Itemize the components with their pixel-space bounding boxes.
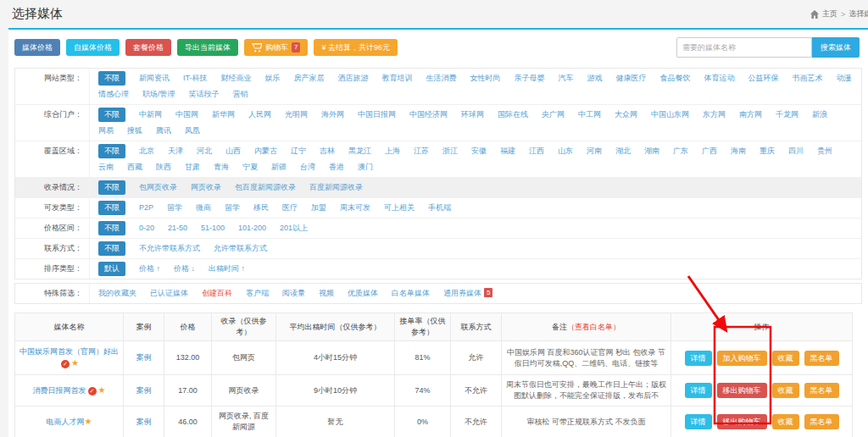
filter-option[interactable]: 留学: [167, 201, 182, 215]
filter-option[interactable]: 安徽: [471, 144, 487, 158]
filter-option[interactable]: 山东: [558, 144, 573, 158]
filter-option[interactable]: 中国经济网: [409, 108, 448, 122]
export-current-media-button[interactable]: 导出当前媒体: [177, 39, 238, 56]
filter-option[interactable]: 腾讯: [156, 124, 171, 138]
add-to-cart-button[interactable]: 加入购物车: [717, 351, 767, 366]
filter-option[interactable]: 福建: [500, 144, 515, 158]
filter-option[interactable]: 不限: [98, 144, 125, 158]
blacklist-button[interactable]: 黑名单: [804, 351, 839, 366]
filter-option[interactable]: 贵州: [817, 144, 832, 158]
filter-option[interactable]: 大众网: [615, 108, 637, 122]
filter-option[interactable]: 阅读量: [282, 286, 305, 301]
filter-option[interactable]: 浙江: [442, 144, 458, 158]
filter-option[interactable]: 湖北: [615, 144, 631, 158]
filter-option[interactable]: 财经商业: [221, 71, 252, 86]
filter-option[interactable]: 江苏: [414, 144, 429, 158]
filter-option[interactable]: 西藏: [127, 160, 142, 174]
filter-option[interactable]: 酒店旅游: [338, 71, 369, 86]
filter-option[interactable]: 中国日报网: [358, 108, 396, 122]
filter-option[interactable]: 不限: [98, 180, 125, 195]
filter-option[interactable]: 优质媒体: [348, 286, 378, 301]
filter-option[interactable]: 湖南: [644, 144, 659, 158]
filter-option[interactable]: 天津: [168, 144, 183, 158]
filter-option[interactable]: 不允许带联系方式: [139, 241, 200, 256]
filter-option[interactable]: 新闻资讯: [139, 71, 170, 86]
filter-option[interactable]: 包百度新闻源收录: [235, 180, 296, 195]
filter-option[interactable]: 微商: [196, 201, 211, 215]
filter-option[interactable]: 新浪: [812, 108, 827, 122]
filter-option[interactable]: 书画艺术: [793, 71, 823, 86]
detail-button[interactable]: 详情: [685, 414, 712, 429]
case-link[interactable]: 案例: [136, 353, 152, 362]
filter-option[interactable]: 北京: [139, 144, 154, 158]
filter-option[interactable]: 河南: [587, 144, 602, 158]
filter-option[interactable]: 情感心理: [98, 87, 129, 102]
filter-option[interactable]: 移民: [253, 201, 269, 215]
filter-option[interactable]: 东方网: [703, 108, 726, 122]
filter-option[interactable]: 黑龙江: [348, 144, 371, 158]
remove-from-cart-button[interactable]: 移出购物车: [717, 383, 767, 398]
filter-option[interactable]: 营销: [233, 87, 248, 102]
filter-option[interactable]: 通用券媒体5: [443, 286, 492, 301]
filter-option[interactable]: 中新网: [139, 108, 162, 122]
filter-option[interactable]: 网页收录: [191, 180, 221, 195]
filter-option[interactable]: 陕西: [156, 160, 171, 174]
filter-option[interactable]: 允许带联系方式: [214, 241, 267, 256]
filter-option[interactable]: 健康医疗: [616, 71, 647, 86]
filter-option[interactable]: 价格 ↓: [174, 262, 195, 276]
filter-option[interactable]: 新华网: [212, 108, 235, 122]
filter-option[interactable]: 留学: [225, 201, 240, 215]
filter-option[interactable]: 河北: [197, 144, 212, 158]
filter-option[interactable]: 51-100: [201, 221, 225, 235]
filter-option[interactable]: 山西: [225, 144, 241, 158]
filter-option[interactable]: 广东: [673, 144, 688, 158]
filter-option[interactable]: 辽宁: [291, 144, 306, 158]
filter-option[interactable]: 澳门: [358, 160, 373, 174]
filter-option[interactable]: 房产家居: [294, 71, 325, 86]
detail-button[interactable]: 详情: [685, 351, 712, 366]
filter-option[interactable]: 手机端: [428, 201, 451, 215]
filter-option[interactable]: 体育运动: [704, 71, 735, 86]
filter-option[interactable]: 香港: [329, 160, 344, 174]
case-link[interactable]: 案例: [136, 386, 152, 395]
filter-option[interactable]: 创建百科: [202, 286, 232, 301]
filter-option[interactable]: 亲子母婴: [515, 71, 545, 86]
filter-option[interactable]: 海外网: [321, 108, 344, 122]
filter-option[interactable]: 汽车: [559, 71, 574, 86]
filter-option[interactable]: 海南: [731, 144, 746, 158]
package-price-button[interactable]: 套餐价格: [125, 39, 171, 56]
search-media-button[interactable]: 搜索媒体: [812, 37, 860, 58]
blacklist-button[interactable]: 黑名单: [804, 383, 839, 398]
filter-option[interactable]: 客户端: [246, 286, 269, 301]
filter-option[interactable]: 中国山东网: [651, 108, 689, 122]
filter-option[interactable]: 吉林: [320, 144, 335, 158]
favorite-button[interactable]: 收藏: [772, 414, 799, 429]
filter-option[interactable]: 搜狐: [127, 124, 142, 138]
filter-option[interactable]: 动漫: [837, 71, 852, 86]
media-name-link[interactable]: 电商人才网: [47, 418, 85, 426]
breadcrumb-home[interactable]: 主页: [822, 8, 837, 19]
filter-option[interactable]: 中工网: [578, 108, 601, 122]
media-search-input[interactable]: [676, 37, 812, 58]
filter-option[interactable]: 内蒙古: [254, 144, 277, 158]
filter-option[interactable]: 公益环保: [748, 71, 779, 86]
filter-option[interactable]: 食品餐饮: [660, 71, 691, 86]
remove-from-cart-button[interactable]: 移出购物车: [717, 414, 767, 429]
filter-option[interactable]: 笑话段子: [189, 87, 220, 102]
filter-option[interactable]: 中国网: [175, 108, 198, 122]
filter-option[interactable]: 不限: [98, 108, 125, 122]
filter-option[interactable]: 光明网: [285, 108, 308, 122]
filter-option[interactable]: 出稿时间 ↑: [209, 262, 245, 276]
filter-option[interactable]: 默认: [98, 262, 125, 276]
filter-option[interactable]: 宁夏: [242, 160, 258, 174]
filter-option[interactable]: 新疆: [271, 160, 287, 174]
filter-option[interactable]: 白名单媒体: [392, 286, 430, 301]
filter-option[interactable]: 千龙网: [776, 108, 798, 122]
self-media-price-button[interactable]: 自媒体价格: [66, 39, 120, 56]
detail-button[interactable]: 详情: [685, 383, 712, 398]
filter-option[interactable]: 人民网: [248, 108, 271, 122]
media-name-link[interactable]: 消费日报网首发: [33, 386, 86, 395]
cart-button[interactable]: 购物车7: [244, 39, 308, 56]
filter-option[interactable]: 不限: [98, 221, 125, 235]
filter-option[interactable]: 上海: [385, 144, 400, 158]
